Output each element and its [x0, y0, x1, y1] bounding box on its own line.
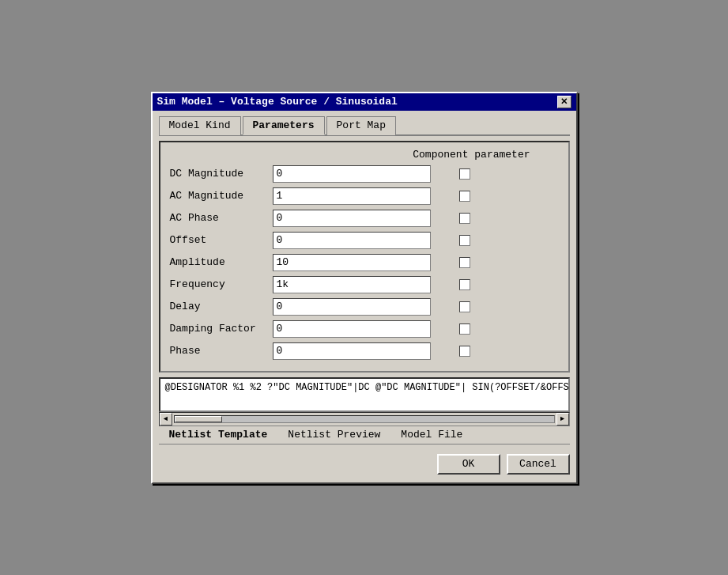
label-amplitude: Amplitude — [170, 256, 273, 268]
scroll-right-arrow[interactable]: ► — [556, 413, 569, 426]
input-phase[interactable] — [273, 342, 431, 360]
dialog-title: Sim Model – Voltage Source / Sinusoidal — [157, 96, 398, 108]
tab-model-file[interactable]: Model File — [390, 426, 473, 444]
param-row-damping-factor: Damping Factor — [170, 320, 559, 338]
param-row-phase: Phase — [170, 342, 559, 360]
scroll-left-arrow[interactable]: ◄ — [160, 413, 172, 426]
component-param-header: Component parameter — [170, 149, 530, 161]
input-delay[interactable] — [273, 298, 431, 316]
param-row-amplitude: Amplitude — [170, 254, 559, 271]
scroll-thumb[interactable] — [175, 416, 222, 422]
label-ac-phase: AC Phase — [170, 212, 273, 224]
input-ac-phase[interactable] — [273, 210, 431, 227]
param-row-frequency: Frequency — [170, 276, 559, 293]
param-row-delay: Delay — [170, 298, 559, 316]
checkbox-amplitude[interactable] — [459, 257, 470, 268]
cancel-button[interactable]: Cancel — [507, 454, 570, 475]
label-damping-factor: Damping Factor — [170, 323, 273, 335]
label-frequency: Frequency — [170, 278, 273, 290]
label-offset: Offset — [170, 234, 273, 246]
ok-button[interactable]: OK — [437, 454, 500, 475]
input-amplitude[interactable] — [273, 254, 431, 271]
checkbox-offset[interactable] — [459, 235, 470, 246]
tab-netlist-template[interactable]: Netlist Template — [159, 426, 278, 444]
close-button[interactable]: ✕ — [557, 96, 571, 108]
tab-port-map[interactable]: Port Map — [326, 116, 396, 135]
checkbox-ac-magnitude[interactable] — [459, 191, 470, 202]
title-bar: Sim Model – Voltage Source / Sinusoidal … — [153, 93, 576, 111]
netlist-text-area[interactable]: @DESIGNATOR %1 %2 ?"DC MAGNITUDE"|DC @"D… — [159, 377, 570, 412]
params-panel: Component parameter DC Magnitude AC Magn… — [159, 141, 570, 373]
input-ac-magnitude[interactable] — [273, 187, 431, 205]
tab-parameters[interactable]: Parameters — [243, 116, 325, 135]
input-damping-factor[interactable] — [273, 320, 431, 338]
param-row-ac-magnitude: AC Magnitude — [170, 187, 559, 205]
top-tab-row: Model Kind Parameters Port Map — [159, 115, 570, 136]
input-frequency[interactable] — [273, 276, 431, 293]
checkbox-delay[interactable] — [459, 301, 470, 312]
label-dc-magnitude: DC Magnitude — [170, 168, 273, 180]
dialog-body: Model Kind Parameters Port Map Component… — [153, 111, 576, 482]
checkbox-damping-factor[interactable] — [459, 323, 470, 335]
netlist-content: @DESIGNATOR %1 %2 ?"DC MAGNITUDE"|DC @"D… — [165, 382, 570, 393]
scroll-track[interactable] — [174, 415, 555, 423]
param-row-offset: Offset — [170, 232, 559, 249]
bottom-tab-row: Netlist Template Netlist Preview Model F… — [159, 426, 570, 444]
horizontal-scrollbar: ◄ ► — [159, 412, 570, 426]
checkbox-dc-magnitude[interactable] — [459, 168, 470, 180]
tab-model-kind[interactable]: Model Kind — [159, 116, 241, 135]
label-phase: Phase — [170, 345, 273, 357]
param-row-dc-magnitude: DC Magnitude — [170, 165, 559, 183]
param-row-ac-phase: AC Phase — [170, 210, 559, 227]
dialog: Sim Model – Voltage Source / Sinusoidal … — [151, 92, 578, 484]
tab-netlist-preview[interactable]: Netlist Preview — [277, 426, 390, 444]
label-delay: Delay — [170, 301, 273, 312]
input-offset[interactable] — [273, 232, 431, 249]
footer: OK Cancel — [159, 451, 570, 476]
input-dc-magnitude[interactable] — [273, 165, 431, 183]
checkbox-ac-phase[interactable] — [459, 213, 470, 224]
checkbox-phase[interactable] — [459, 346, 470, 357]
label-ac-magnitude: AC Magnitude — [170, 190, 273, 202]
checkbox-frequency[interactable] — [459, 279, 470, 290]
